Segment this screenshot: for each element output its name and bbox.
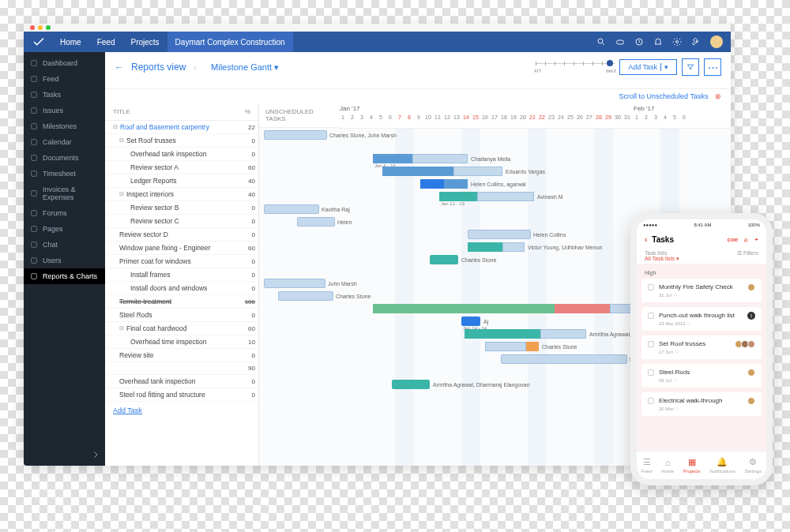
zoom-slider[interactable]: FIT MAX <box>536 59 615 75</box>
phone-search-icon[interactable]: ⌕ <box>744 236 748 243</box>
gantt-bar[interactable]: Victor Young, Udhbhav Menon <box>468 242 525 252</box>
phone-nav-settings[interactable]: ⚙Settings <box>744 457 762 474</box>
phone-filters[interactable]: ☰ Filters <box>737 250 758 262</box>
add-task-link[interactable]: Add Task <box>105 402 258 419</box>
close-window-icon[interactable] <box>30 25 35 30</box>
task-row[interactable]: Steel rod fitting and structure0 <box>105 388 258 402</box>
nav-home[interactable]: Home <box>52 32 89 52</box>
phone-task-card[interactable]: Steel Rods06 Jul ♡ <box>641 364 762 388</box>
nav-projects[interactable]: Projects <box>122 32 167 52</box>
settings-icon[interactable] <box>672 37 682 47</box>
sidebar-item-users[interactable]: Users <box>24 253 105 268</box>
close-tip-icon[interactable]: ⊗ <box>715 92 721 100</box>
phone-task-card[interactable]: Electrical walk-through20 Mar ♡ <box>641 392 762 416</box>
add-task-button[interactable]: Add Task▾ <box>619 59 677 75</box>
task-row[interactable]: Review sector D0 <box>105 228 258 242</box>
checkbox-icon[interactable] <box>648 369 654 376</box>
sidebar-item-timesheet[interactable]: Timesheet <box>24 166 105 182</box>
sidebar-item-tasks[interactable]: Tasks <box>24 87 105 103</box>
gantt-bar[interactable]: Avinash MJan 11 - 19 <box>439 192 534 201</box>
gantt-bar[interactable]: Amritha Agrawal, Dharmaraj Elangovan <box>392 380 430 389</box>
task-row[interactable]: Termite treatment100 <box>105 295 258 309</box>
task-row[interactable]: Primer coat for windows0 <box>105 255 258 268</box>
svg-rect-7 <box>32 108 37 114</box>
phone-tasklists-label: Task lists <box>645 250 679 256</box>
back-arrow-icon[interactable]: ← <box>115 62 123 72</box>
phone-nav-projects[interactable]: ▦Projects <box>683 457 701 474</box>
gantt-bar[interactable]: Charles Stone, John Marsh <box>264 130 327 140</box>
gantt-bar[interactable]: Charles Stone <box>485 342 539 351</box>
minimize-window-icon[interactable] <box>38 25 43 30</box>
gantt-bar[interactable]: Eduardo Vargas <box>382 167 502 176</box>
collapse-sidebar-icon[interactable] <box>91 450 100 459</box>
sidebar-item-dashboard[interactable]: Dashboard <box>24 55 105 71</box>
task-row[interactable]: Overhead time inspection10 <box>105 335 258 349</box>
phone-task-card[interactable]: Set Roof trusses17 Jun ♡ <box>641 335 762 359</box>
sidebar-item-calendar[interactable]: Calendar <box>24 134 105 150</box>
gantt-bar[interactable]: John Marsh <box>264 279 325 288</box>
task-row[interactable]: ⊟Inspect interiors40 <box>105 188 258 201</box>
more-button[interactable]: ⋯ <box>704 58 721 76</box>
search-icon[interactable] <box>596 37 606 47</box>
gantt-bar[interactable]: AjJan 14 - 24 <box>461 317 480 326</box>
sidebar-item-issues[interactable]: Issues <box>24 103 105 118</box>
task-row[interactable]: Install frames0 <box>105 268 258 282</box>
gantt-bar[interactable]: Chaitanya MellaJan 4 - 16 <box>373 154 468 163</box>
task-row[interactable]: Review sector B0 <box>105 201 258 215</box>
gantt-bar[interactable]: Helen <box>297 217 335 227</box>
phone-nav-home[interactable]: ⌂Home <box>661 458 674 474</box>
task-row[interactable]: Overhead tank inspection0 <box>105 375 258 388</box>
gantt-bar[interactable]: Kavitha Raj <box>264 204 319 214</box>
phone-task-card[interactable]: Punch-out walk through list23 Mar 2012 ♡… <box>641 307 762 331</box>
sidebar-item-documents[interactable]: Documents <box>24 150 105 166</box>
bell-icon[interactable] <box>653 37 663 47</box>
phone-add-icon[interactable]: + <box>754 236 758 243</box>
task-row[interactable]: ⊟Set Roof trusses0 <box>105 134 258 148</box>
gamepad-icon[interactable] <box>615 37 625 47</box>
checkbox-icon[interactable] <box>648 341 654 347</box>
nav-feed[interactable]: Feed <box>89 32 123 52</box>
maximize-window-icon[interactable] <box>46 25 51 30</box>
task-row[interactable]: Steel Rods0 <box>105 309 258 322</box>
sidebar-item-milestones[interactable]: Milestones <box>24 118 105 134</box>
breadcrumb-project[interactable]: Daymart Complex Construction <box>167 32 293 52</box>
phone-back-icon[interactable]: ‹ <box>645 235 647 244</box>
sidebar-item-feed[interactable]: Feed <box>24 71 105 87</box>
gantt-bar[interactable]: Helen Collins, agarwal <box>420 179 468 189</box>
task-row[interactable]: ⊟Final coat hardwood60 <box>105 322 258 335</box>
phone-nav-notifications[interactable]: 🔔Notifications <box>709 457 735 474</box>
task-row[interactable]: Install doors and windows0 <box>105 282 258 295</box>
gantt-bar[interactable]: Charles Stone <box>278 291 333 301</box>
sidebar-item-chat[interactable]: Chat <box>24 237 105 253</box>
phone-coe[interactable]: coe <box>728 236 739 243</box>
task-row[interactable]: Ledger Reports40 <box>105 174 258 188</box>
sidebar-item-forums[interactable]: Forums <box>24 205 105 221</box>
phone-nav-feed[interactable]: ☰Feed <box>641 457 653 474</box>
sidebar-item-pages[interactable]: Pages <box>24 221 105 237</box>
phone-task-card[interactable]: Monthly Fire Safety Check31 Jul ♡ <box>641 279 762 302</box>
clock-icon[interactable] <box>634 37 644 47</box>
gantt-bar[interactable]: Amritha Agrawal, <box>465 329 586 339</box>
sidebar-item-invoices-expenses[interactable]: Invoices & Expenses <box>24 182 105 205</box>
checkbox-icon[interactable] <box>648 313 654 319</box>
task-row[interactable]: Review sector A60 <box>105 161 258 174</box>
filter-button[interactable] <box>682 58 699 76</box>
task-row[interactable]: Review sector C0 <box>105 215 258 228</box>
checkbox-icon[interactable] <box>648 284 654 290</box>
gantt-bar[interactable]: Helen Collins <box>468 230 531 239</box>
gantt-bar[interactable]: Eduardo <box>501 354 627 364</box>
task-row[interactable]: Review site0 <box>105 349 258 362</box>
user-avatar[interactable] <box>710 36 723 48</box>
view-dropdown[interactable]: Milestone Gantt ▾ <box>211 62 279 73</box>
phone-tasklists-dropdown[interactable]: All Task lists ▾ <box>645 256 679 262</box>
task-row[interactable]: ⊟Roof and Basement carpentry22 <box>105 121 258 134</box>
gantt-bar[interactable]: Eduardo Varg <box>373 304 634 313</box>
task-row[interactable]: Window pane fixing - Engineer60 <box>105 242 258 255</box>
checkbox-icon[interactable] <box>648 398 654 404</box>
wrench-icon[interactable] <box>691 37 701 47</box>
gantt-bar[interactable]: Charles Stone <box>430 255 458 264</box>
task-row[interactable]: 90 <box>105 362 258 375</box>
svg-rect-1 <box>617 40 624 44</box>
sidebar-item-reports-charts[interactable]: Reports & Charts <box>24 268 105 284</box>
task-row[interactable]: Overhead tank inspection0 <box>105 148 258 161</box>
